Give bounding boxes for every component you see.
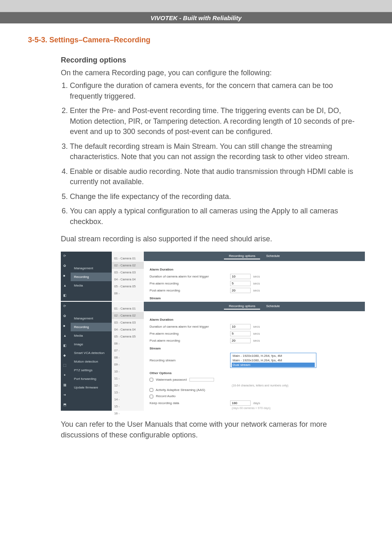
record-audio-checkbox[interactable] bbox=[150, 395, 153, 398]
camera-item[interactable]: 09 - bbox=[112, 361, 144, 368]
camera-item[interactable]: 08 - bbox=[112, 354, 144, 361]
nav-image[interactable]: Image bbox=[71, 340, 112, 349]
camera-item[interactable]: 06 - bbox=[112, 290, 144, 297]
camera-item[interactable]: 01 - Camera 01 bbox=[112, 255, 144, 262]
unit-secs: secs bbox=[253, 282, 260, 285]
section-title: 3-5-3. Settings–Camera–Recording bbox=[28, 36, 364, 44]
forward-icon[interactable]: ➜ bbox=[63, 393, 68, 398]
tab-recording-options[interactable]: Recording options bbox=[224, 303, 260, 310]
stream-header: Stream bbox=[150, 294, 359, 302]
settings-panel: Recording options Schedule Alarm Duratio… bbox=[144, 252, 365, 301]
tab-schedule[interactable]: Schedule bbox=[261, 253, 285, 259]
update-icon[interactable]: ⬒ bbox=[63, 403, 68, 408]
list-item: Configure the duration of camera events,… bbox=[70, 81, 364, 102]
dropdown-option-selected[interactable]: Dual stream bbox=[232, 363, 315, 367]
camera-item[interactable]: 04 - Camera 04 bbox=[112, 276, 144, 283]
camera-item[interactable]: 02 - Camera 02 bbox=[112, 262, 144, 269]
list-item: The default recording stream is Main Str… bbox=[70, 141, 364, 162]
stream-header: Stream bbox=[150, 344, 359, 352]
recording-options-list: Configure the duration of camera events,… bbox=[61, 81, 364, 227]
list-item: Enter the Pre- and Post-event recording … bbox=[70, 106, 364, 137]
prealarm-label: Pre-alarm recording bbox=[150, 332, 228, 335]
dual-stream-note: Dual stream recording is also supported … bbox=[61, 235, 364, 243]
clock-icon[interactable]: ⟳ bbox=[63, 304, 68, 309]
nav-update-firmware[interactable]: Update firmware bbox=[71, 383, 112, 392]
tab-recording-options[interactable]: Recording options bbox=[224, 253, 260, 259]
alarm-icon[interactable]: ▲ bbox=[63, 284, 68, 289]
camera-icon[interactable]: ■ bbox=[63, 274, 68, 279]
camera-item[interactable]: 01 - Camera 01 bbox=[112, 305, 144, 312]
keep-data-label: Keep recording data bbox=[150, 401, 228, 405]
watermark-input[interactable] bbox=[189, 378, 214, 382]
postalarm-input[interactable] bbox=[230, 288, 251, 293]
grid-icon[interactable]: ▦ bbox=[63, 383, 68, 388]
watermark-checkbox[interactable] bbox=[150, 378, 153, 382]
postalarm-label: Post-alarm recording bbox=[150, 339, 228, 342]
camera-item[interactable]: 16 - bbox=[112, 410, 144, 417]
prealarm-input[interactable] bbox=[230, 281, 251, 286]
prealarm-input[interactable] bbox=[230, 331, 251, 336]
aas-row: Activity Adaptive Streaming (AAS) bbox=[150, 387, 359, 393]
screenshot-top: ⟳ ✿ ■ ▲ ◧ Management Recording Media 01 … bbox=[61, 252, 365, 301]
nav-ptz-settings[interactable]: PTZ settings bbox=[71, 366, 112, 375]
aas-checkbox[interactable] bbox=[150, 388, 153, 392]
alarm-duration-header: Alarm Duration bbox=[150, 315, 359, 323]
camera-item[interactable]: 04 - Camera 04 bbox=[112, 326, 144, 333]
camera-item[interactable]: 03 - Camera 03 bbox=[112, 319, 144, 326]
prealarm-row: Pre-alarm recording secs bbox=[150, 280, 359, 287]
postalarm-input[interactable] bbox=[230, 338, 251, 343]
duration-input[interactable] bbox=[230, 274, 251, 279]
header-band: VIVOTEK - Built with Reliability bbox=[0, 12, 392, 23]
nav-management[interactable]: Management bbox=[71, 314, 112, 323]
camera-item[interactable]: 12 - bbox=[112, 382, 144, 389]
unit-secs: secs bbox=[253, 275, 260, 278]
camera-item[interactable]: 02 - Camera 02 bbox=[112, 312, 144, 319]
nav-sidebar: Management Recording Media bbox=[71, 252, 112, 301]
camera-item[interactable]: 05 - Camera 05 bbox=[112, 283, 144, 290]
duration-row: Duration of camera alarm for next trigge… bbox=[150, 273, 359, 280]
other-options-header: Other Options bbox=[150, 369, 359, 377]
disk-icon[interactable]: ⬚ bbox=[63, 363, 68, 368]
duration-input[interactable] bbox=[230, 324, 251, 329]
duration-label: Duration of camera alarm for next trigge… bbox=[150, 275, 228, 278]
camera-item[interactable]: 14 - bbox=[112, 396, 144, 403]
nav-recording[interactable]: Recording bbox=[71, 323, 112, 331]
camera-item[interactable]: 10 - bbox=[112, 368, 144, 375]
nav-recording[interactable]: Recording bbox=[71, 273, 112, 281]
recstream-dropdown-open[interactable]: Main - 1920x1080, H.264, fps, 4M Main - … bbox=[230, 353, 316, 368]
clock-icon[interactable]: ⟳ bbox=[63, 254, 68, 259]
watermark-hint: (16-64 characters, letters and numbers o… bbox=[232, 384, 359, 387]
tab-schedule[interactable]: Schedule bbox=[261, 303, 285, 309]
media-icon[interactable]: ◧ bbox=[63, 294, 68, 298]
dropdown-option[interactable]: Main - 1920x1080, H.264, fps, 4M bbox=[232, 354, 315, 358]
nav-management[interactable]: Management bbox=[71, 264, 112, 273]
gear-icon[interactable]: ✿ bbox=[63, 264, 68, 269]
keep-data-input[interactable] bbox=[230, 400, 251, 406]
alarm-icon[interactable]: ▲ bbox=[63, 334, 68, 339]
unit-secs: secs bbox=[253, 339, 260, 342]
camera-item[interactable]: 07 - bbox=[112, 347, 144, 354]
camera-item[interactable]: 11 - bbox=[112, 375, 144, 382]
watermark-row: Watermark password bbox=[150, 377, 359, 383]
nav-motion-detection[interactable]: Motion detection bbox=[71, 357, 112, 366]
dropdown-option[interactable]: Main - 1920x1080, H.264, fps, 4M bbox=[232, 358, 315, 363]
nav-port-forwarding[interactable]: Port forwarding bbox=[71, 375, 112, 383]
gear-icon[interactable]: ✿ bbox=[63, 314, 68, 319]
camera-item[interactable]: 06 - bbox=[112, 340, 144, 347]
postalarm-row: Post-alarm recording secs bbox=[150, 287, 359, 294]
camera-icon[interactable]: ■ bbox=[63, 324, 68, 329]
post-screenshot-note: You can refer to the User Manuals that c… bbox=[61, 419, 364, 440]
nav-smart-vca[interactable]: Smart VCA detection bbox=[71, 349, 112, 357]
nav-media[interactable]: Media bbox=[71, 281, 112, 290]
camera-item[interactable]: 13 - bbox=[112, 389, 144, 396]
media-icon[interactable]: ◧ bbox=[63, 344, 68, 349]
icon-sidebar: ⟳ ✿ ■ ▲ ◧ ◆ ⬚ ✦ ▦ ➜ ⬒ bbox=[61, 302, 71, 411]
intro-text: On the camera Recording page, you can co… bbox=[61, 69, 364, 77]
postalarm-label: Post-alarm recording bbox=[150, 289, 228, 292]
camera-item[interactable]: 05 - Camera 05 bbox=[112, 333, 144, 340]
nav-media[interactable]: Media bbox=[71, 331, 112, 340]
camera-item[interactable]: 03 - Camera 03 bbox=[112, 269, 144, 276]
camera-item[interactable]: 15 - bbox=[112, 403, 144, 410]
image-icon[interactable]: ◆ bbox=[63, 354, 68, 358]
motion-icon[interactable]: ✦ bbox=[63, 373, 68, 378]
